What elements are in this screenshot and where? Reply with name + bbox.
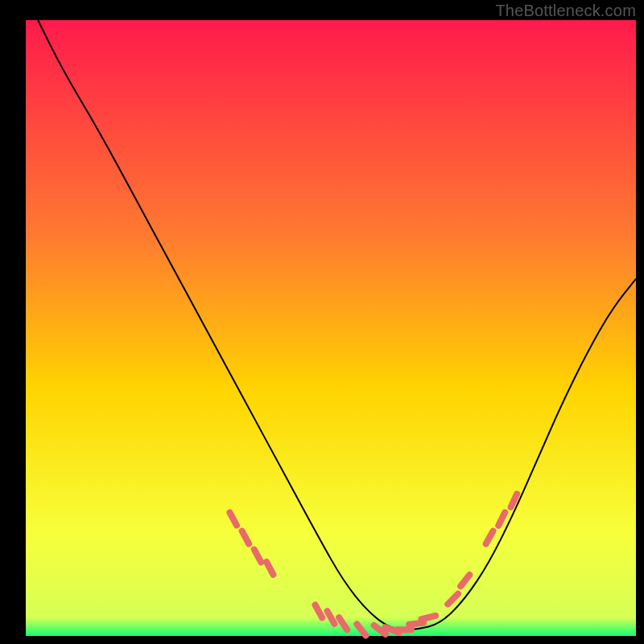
plot-background xyxy=(26,20,636,636)
bottleneck-chart xyxy=(0,0,644,644)
chart-stage: TheBottleneck.com xyxy=(0,0,644,644)
watermark-text: TheBottleneck.com xyxy=(495,2,636,20)
curve-marker xyxy=(409,623,423,625)
curve-marker xyxy=(422,616,436,619)
